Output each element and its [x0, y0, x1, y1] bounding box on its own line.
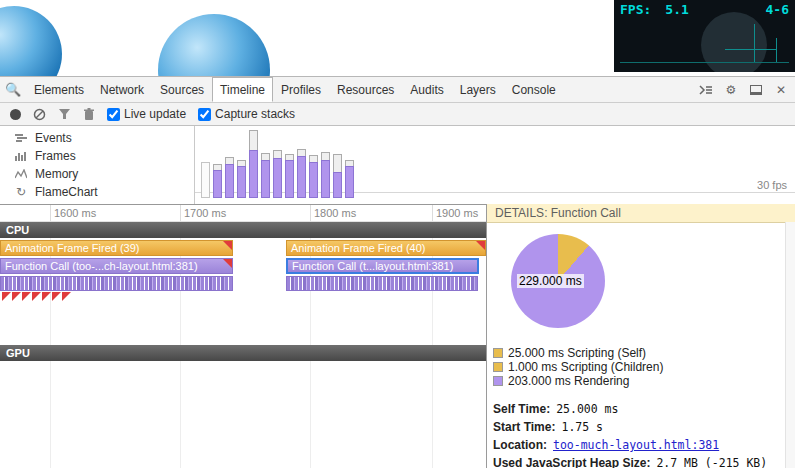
thirty-fps-label: 30 fps — [757, 179, 787, 191]
frame-bar[interactable] — [297, 149, 306, 198]
field-label: Used JavaScript Heap Size: — [493, 456, 650, 468]
warning-marker-icon — [2, 292, 11, 301]
sidebar-item-label: Memory — [35, 167, 78, 181]
nested-calls-bar[interactable] — [0, 276, 233, 291]
sidebar-item-label: Frames — [35, 149, 76, 163]
details-scrollbar[interactable] — [785, 222, 795, 468]
sidebar-item-label: Events — [35, 131, 72, 145]
flame-chart-pane[interactable]: CPU Animation Frame Fired (39) Animation… — [0, 222, 486, 468]
tab-sources[interactable]: Sources — [152, 77, 212, 102]
show-drawer-icon[interactable] — [698, 82, 714, 98]
ruler-label: 1900 ms — [436, 207, 478, 219]
live-update-label: Live update — [124, 107, 186, 121]
details-header: DETAILS: Function Call — [487, 204, 795, 223]
tab-timeline[interactable]: Timeline — [212, 77, 273, 102]
record-button[interactable] — [10, 109, 21, 120]
location-link[interactable]: too-much-layout.html:381 — [553, 438, 719, 452]
frame-bar[interactable] — [213, 164, 222, 198]
trash-icon[interactable] — [83, 108, 95, 121]
legend-swatch-icon — [493, 348, 503, 358]
tab-network[interactable]: Network — [92, 77, 152, 102]
frame-bar[interactable] — [201, 162, 210, 198]
clear-icon[interactable] — [33, 108, 46, 121]
frames-overview-strip[interactable]: 30 fps — [195, 126, 795, 204]
filter-icon[interactable] — [58, 108, 71, 120]
warning-marker-icon — [52, 292, 61, 301]
detail-field-row: Start Time:1.75 s — [493, 420, 785, 434]
ruler-tick — [180, 205, 181, 221]
frame-bar[interactable] — [249, 130, 258, 198]
tab-console[interactable]: Console — [504, 77, 564, 102]
field-value: 2.7 MB (-215 KB) — [656, 456, 767, 468]
fps-graph-line — [754, 24, 755, 63]
nested-calls-bar[interactable] — [286, 276, 478, 291]
tab-profiles[interactable]: Profiles — [273, 77, 329, 102]
details-pane: DETAILS: Function Call 229.000 ms 25.000… — [486, 204, 795, 468]
timeline-ruler[interactable]: 1600 ms 1700 ms 1800 ms 1900 ms — [0, 204, 486, 222]
details-fields: Self Time:25.000 msStart Time:1.75 sLoca… — [493, 402, 785, 468]
sidebar-item-flamechart[interactable]: ↻ FlameChart — [0, 183, 194, 201]
legend-item: 203.000 ms Rendering — [493, 374, 663, 388]
legend-swatch-icon — [493, 376, 503, 386]
ruler-label: 1600 ms — [54, 207, 96, 219]
sidebar-item-label: FlameChart — [35, 185, 98, 199]
frame-bar[interactable] — [225, 157, 234, 198]
event-bar-function-call[interactable]: Function Call (too-...ch-layout.html:381… — [0, 258, 233, 274]
settings-gear-icon[interactable]: ⚙ — [723, 82, 739, 98]
devtools-tabbar: 🔍 Elements Network Sources Timeline Prof… — [0, 76, 795, 103]
ruler-tick — [432, 205, 433, 221]
sidebar-item-frames[interactable]: Frames — [0, 147, 194, 165]
live-update-checkbox-row: Live update — [107, 107, 186, 121]
web-page-content: FPS: 5.1 4-6 — [0, 0, 795, 76]
sidebar-item-events[interactable]: Events — [0, 129, 194, 147]
event-bar-function-call-selected[interactable]: Function Call (t...layout.html:381) — [286, 258, 479, 274]
fps-graph-line — [776, 38, 777, 63]
detail-field-row: Location:too-much-layout.html:381 — [493, 438, 785, 452]
legend-label: 203.000 ms Rendering — [508, 374, 629, 388]
close-icon[interactable]: ✕ — [773, 82, 789, 98]
frame-bar[interactable] — [309, 155, 318, 198]
dock-icon[interactable] — [748, 82, 764, 98]
fps-graph-line — [725, 49, 777, 50]
capture-stacks-checkbox[interactable] — [198, 108, 211, 121]
tab-resources[interactable]: Resources — [329, 77, 402, 102]
warning-markers-group — [2, 292, 71, 301]
field-value: 25.000 ms — [556, 402, 618, 416]
warning-marker-icon — [32, 292, 41, 301]
legend-swatch-icon — [493, 362, 503, 372]
detail-field-row: Self Time:25.000 ms — [493, 402, 785, 416]
warning-marker-icon — [22, 292, 31, 301]
frame-bar[interactable] — [285, 154, 294, 198]
fps-meter-graph-circle — [701, 12, 767, 72]
frame-bar[interactable] — [333, 154, 342, 198]
frame-bar[interactable] — [321, 152, 330, 198]
fps-range: 4-6 — [766, 2, 789, 17]
timeline-toolbar: Live update Capture stacks — [0, 103, 795, 126]
detail-field-row: Used JavaScript Heap Size:2.7 MB (-215 K… — [493, 456, 785, 468]
capture-stacks-checkbox-row: Capture stacks — [198, 107, 295, 121]
tab-elements[interactable]: Elements — [26, 77, 92, 102]
pie-legend: 25.000 ms Scripting (Self)1.000 ms Scrip… — [493, 346, 663, 388]
event-bar-animation-frame-fired-39[interactable]: Animation Frame Fired (39) — [0, 240, 233, 256]
ruler-tick — [50, 205, 51, 221]
frame-bar[interactable] — [273, 150, 282, 198]
warning-marker-icon — [12, 292, 21, 301]
field-label: Location: — [493, 438, 547, 452]
field-label: Self Time: — [493, 402, 550, 416]
sidebar-item-memory[interactable]: Memory — [0, 165, 194, 183]
frame-bar[interactable] — [345, 160, 354, 198]
frames-icon — [14, 151, 28, 161]
live-update-checkbox[interactable] — [107, 108, 120, 121]
legend-item: 25.000 ms Scripting (Self) — [493, 346, 663, 360]
frame-bar[interactable] — [261, 153, 270, 198]
tab-audits[interactable]: Audits — [402, 77, 451, 102]
legend-label: 1.000 ms Scripting (Children) — [508, 360, 663, 374]
timeline-view-sidebar: Events Frames Memory ↻ FlameChart — [0, 126, 195, 204]
fps-meter-readout: FPS: 5.1 4-6 — [614, 0, 795, 17]
frame-bar[interactable] — [237, 160, 246, 198]
search-icon[interactable]: 🔍 — [0, 77, 26, 102]
tab-layers[interactable]: Layers — [452, 77, 504, 102]
event-bar-animation-frame-fired-40[interactable]: Animation Frame Fired (40) — [286, 240, 486, 256]
capture-stacks-label: Capture stacks — [215, 107, 295, 121]
field-value: 1.75 s — [561, 420, 603, 434]
